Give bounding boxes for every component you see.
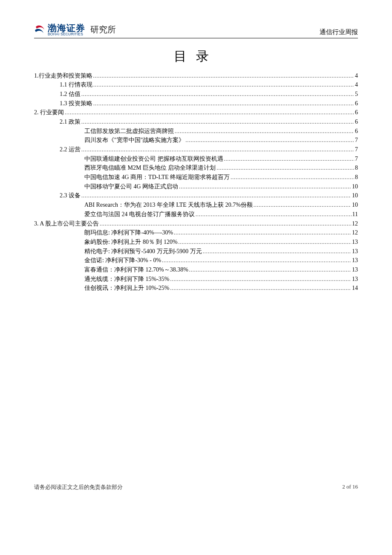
toc-entry: 2.1 政策6 <box>34 117 358 127</box>
toc-entry: 1.2 估值5 <box>34 90 358 99</box>
page-footer: 请务必阅读正文之后的免责条款部分 2 of 16 <box>34 483 358 491</box>
toc-entry-label: 四川发布《"宽带中国"战略实施方案》 <box>84 136 184 145</box>
page-header: 渤海证券 BOHAI SECURITIES 研究所 通信行业周报 <box>34 23 358 38</box>
toc-entry-page: 8 <box>355 163 358 173</box>
toc-entry-label: 通光线缆：净利润下降 15%-35% <box>84 275 170 284</box>
toc-entry-page: 11 <box>352 210 358 219</box>
toc-entry-label: 1.1 行情表现 <box>60 80 92 90</box>
toc-entry-label: 佳创视讯：净利润上升 10%-25% <box>84 283 170 293</box>
toc-entry: 中国联通组建创业投资公司 把握移动互联网投资机遇7 <box>34 154 358 164</box>
company-name-cn: 渤海证券 <box>48 23 85 32</box>
toc-leader-dots <box>81 145 354 154</box>
toc-leader-dots <box>170 283 352 293</box>
toc-entry-label: 中国电信加速 4G 商用：TD-LTE 终端近期需求将超百万 <box>84 173 230 182</box>
page-title: 目录 <box>34 48 358 65</box>
toc-entry: 朗玛信息: 净利润下降-40%—-30%12 <box>34 228 358 237</box>
toc-entry-label: 1.行业走势和投资策略 <box>34 71 92 81</box>
toc-leader-dots <box>231 173 354 182</box>
toc-entry-page: 6 <box>355 117 358 127</box>
toc-entry-label: 中国联通组建创业投资公司 把握移动互联网投资机遇 <box>84 154 223 164</box>
toc-entry-label: 中国移动宁夏公司 4G 网络正式启动 <box>84 182 178 191</box>
toc-entry-page: 4 <box>355 80 358 90</box>
toc-entry: 佳创视讯：净利润上升 10%-25%14 <box>34 283 358 293</box>
toc-entry-page: 4 <box>355 71 358 81</box>
toc-entry: 工信部发放第二批虚拟运营商牌照6 <box>34 127 358 136</box>
toc-entry-label: 2. 行业要闻 <box>34 108 64 117</box>
toc-entry-page: 13 <box>352 256 358 265</box>
toc-entry: 2.2 运营7 <box>34 145 358 154</box>
company-name-en: BOHAI SECURITIES <box>48 32 85 36</box>
toc-entry: 3. A 股上市公司主要公告12 <box>34 219 358 228</box>
toc-entry: 金信诺: 净利润下降-30% - 0%13 <box>34 256 358 265</box>
toc-entry: 四川发布《"宽带中国"战略实施方案》7 <box>34 136 358 145</box>
toc-entry-page: 13 <box>352 265 358 275</box>
toc-leader-dots <box>179 182 351 191</box>
toc-entry: 1.行业走势和投资策略4 <box>34 71 358 81</box>
toc-entry-label: 3. A 股上市公司主要公告 <box>34 219 99 228</box>
toc-entry: 通光线缆：净利润下降 15%-35%13 <box>34 275 358 284</box>
toc-entry-page: 7 <box>355 145 358 154</box>
toc-entry: 2.3 设备10 <box>34 191 358 200</box>
toc-entry: 象屿股份: 净利润上升 80％ 到 120%13 <box>34 237 358 247</box>
toc-leader-dots <box>65 108 354 117</box>
toc-entry-label: 2.1 政策 <box>60 117 81 127</box>
toc-entry-page: 14 <box>352 283 358 293</box>
toc-leader-dots <box>81 90 354 99</box>
toc-entry-page: 13 <box>352 237 358 247</box>
toc-entry-page: 12 <box>352 219 358 228</box>
toc-leader-dots <box>93 99 354 108</box>
toc-entry-page: 8 <box>355 173 358 182</box>
toc-entry-page: 7 <box>355 154 358 164</box>
toc-entry-label: 1.2 估值 <box>60 90 81 99</box>
toc-entry-page: 10 <box>352 191 358 200</box>
toc-leader-dots <box>93 80 354 90</box>
toc-leader-dots <box>174 228 351 237</box>
toc-entry-label: 西班牙电信瞄准 M2M 巨头地位 启动全球渠道计划 <box>84 163 216 173</box>
toc-entry-label: 工信部发放第二批虚拟运营商牌照 <box>84 127 174 136</box>
toc-entry: 西班牙电信瞄准 M2M 巨头地位 启动全球渠道计划8 <box>34 163 358 173</box>
toc-entry-page: 7 <box>355 136 358 145</box>
toc-entry: 中国移动宁夏公司 4G 网络正式启动10 <box>34 182 358 191</box>
toc-leader-dots <box>162 256 351 265</box>
report-type: 通信行业周报 <box>320 28 358 36</box>
toc-entry: 富春通信：净利润下降 12.70%～38.38%13 <box>34 265 358 275</box>
toc-entry: ABI Research：华为在 2013 年全球 LTE 天线市场上获 20.… <box>34 200 358 210</box>
toc-entry-label: ABI Research：华为在 2013 年全球 LTE 天线市场上获 20.… <box>84 200 253 210</box>
page-number: 2 of 16 <box>342 483 358 491</box>
table-of-contents: 1.行业走势和投资策略41.1 行情表现41.2 估值51.3 投资策略62. … <box>34 71 358 293</box>
toc-leader-dots <box>196 210 352 219</box>
toc-leader-dots <box>224 154 355 164</box>
toc-entry-label: 象屿股份: 净利润上升 80％ 到 120% <box>84 237 178 247</box>
toc-entry: 爱立信与法国 24 电视台签订广播服务协议11 <box>34 210 358 219</box>
toc-entry: 1.1 行情表现4 <box>34 80 358 90</box>
toc-entry: 1.3 投资策略6 <box>34 99 358 108</box>
toc-leader-dots <box>203 247 351 256</box>
toc-entry-label: 1.3 投资策略 <box>60 99 92 108</box>
toc-leader-dots <box>189 265 351 275</box>
toc-entry: 2. 行业要闻6 <box>34 108 358 117</box>
toc-entry-page: 10 <box>352 182 358 191</box>
toc-entry-label: 富春通信：净利润下降 12.70%～38.38% <box>84 265 188 275</box>
toc-entry-page: 10 <box>352 200 358 210</box>
toc-leader-dots <box>254 200 351 210</box>
disclaimer-text: 请务必阅读正文之后的免责条款部分 <box>34 483 123 491</box>
company-logo-icon <box>34 24 45 35</box>
toc-entry: 中国电信加速 4G 商用：TD-LTE 终端近期需求将超百万8 <box>34 173 358 182</box>
toc-leader-dots <box>93 71 355 81</box>
toc-leader-dots <box>216 163 354 173</box>
department-label: 研究所 <box>90 24 116 35</box>
toc-entry-label: 朗玛信息: 净利润下降-40%—-30% <box>84 228 173 237</box>
toc-leader-dots <box>185 136 354 145</box>
toc-entry-label: 爱立信与法国 24 电视台签订广播服务协议 <box>84 210 195 219</box>
toc-entry-label: 2.3 设备 <box>60 191 81 200</box>
toc-entry-label: 金信诺: 净利润下降-30% - 0% <box>84 256 161 265</box>
toc-entry-page: 6 <box>355 108 358 117</box>
company-logo-block: 渤海证券 BOHAI SECURITIES 研究所 <box>34 23 116 36</box>
toc-entry-page: 13 <box>352 275 358 284</box>
toc-leader-dots <box>179 237 351 247</box>
toc-leader-dots <box>100 219 351 228</box>
toc-entry-page: 5 <box>355 90 358 99</box>
toc-entry-label: 精伦电子: 净利润预亏-5400 万元到-5900 万元 <box>84 247 202 256</box>
toc-leader-dots <box>81 117 354 127</box>
toc-entry-page: 13 <box>352 247 358 256</box>
